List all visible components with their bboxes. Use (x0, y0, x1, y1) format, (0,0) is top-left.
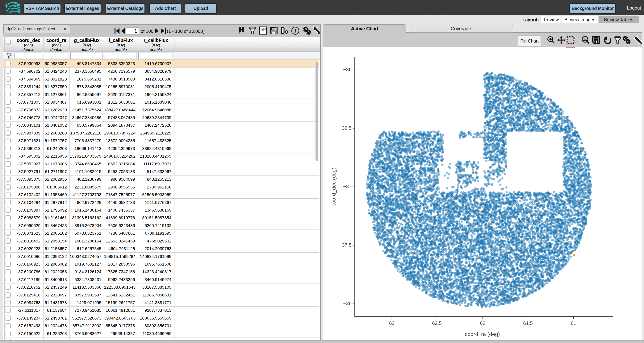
svg-text:i: i (294, 28, 296, 34)
svg-text:1x: 1x (583, 38, 587, 41)
svg-text:T: T (262, 30, 264, 34)
